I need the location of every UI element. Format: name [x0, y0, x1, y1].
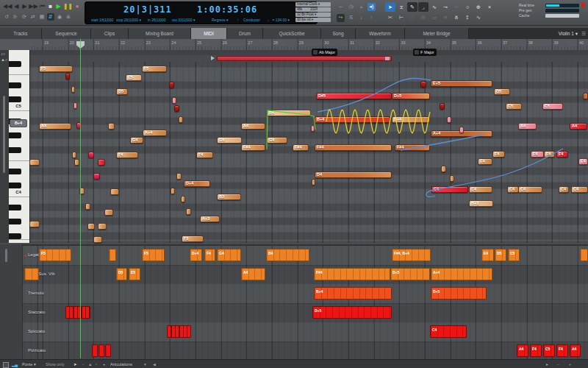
bottom-zoom-control[interactable]: +: [569, 360, 571, 368]
articulation-block[interactable]: [92, 344, 98, 357]
midi-note[interactable]: D+4: [184, 180, 210, 187]
midi-note[interactable]: [104, 209, 113, 216]
solo-icon[interactable]: S: [347, 14, 355, 22]
ibeam-tool[interactable]: Ɪ: [396, 2, 406, 12]
zoom-tool[interactable]: ○: [462, 2, 473, 12]
midi-note[interactable]: [169, 82, 174, 88]
step-record-icon[interactable]: ↪: [337, 14, 345, 22]
articulation-lane-sord-sus-vib[interactable]: [22, 265, 588, 285]
articulation-block[interactable]: A4: [517, 344, 528, 357]
merge-up-icon[interactable]: ↑: [368, 14, 376, 22]
midi-note[interactable]: G4: [130, 137, 143, 144]
midi-note[interactable]: F4: [492, 151, 505, 158]
loop-button[interactable]: ⟳: [21, 13, 28, 21]
pointer-tool[interactable]: ➤: [385, 2, 395, 12]
midi-note[interactable]: [93, 236, 102, 243]
midi-note[interactable]: [459, 127, 464, 133]
slur-icon[interactable]: ⌣: [337, 3, 345, 11]
articulation-block[interactable]: [98, 344, 104, 357]
articulation-block[interactable]: C5: [543, 344, 555, 357]
play-button[interactable]: ▶: [55, 2, 62, 10]
tab-clips[interactable]: Clips: [91, 28, 129, 39]
mute-tool[interactable]: ⊟: [418, 13, 429, 22]
midi-note[interactable]: [98, 159, 105, 166]
midi-note[interactable]: F3: [182, 236, 204, 242]
articulation-block[interactable]: [109, 249, 116, 261]
midi-note[interactable]: A+4: [143, 130, 167, 136]
midi-note[interactable]: C4: [518, 186, 542, 193]
black-key[interactable]: [9, 61, 21, 67]
midi-note[interactable]: [172, 97, 176, 104]
articulation-block[interactable]: C4: [430, 325, 467, 338]
ponte-dropdown[interactable]: Ponte ▾: [22, 360, 36, 368]
key-signature-badge[interactable]: Ab Major: [312, 49, 337, 56]
articulation-block[interactable]: D+5: [312, 306, 392, 319]
midi-note[interactable]: [71, 86, 75, 93]
midi-note[interactable]: B+3: [469, 200, 493, 207]
midi-note[interactable]: A4: [241, 123, 265, 130]
midi-note[interactable]: [174, 105, 179, 112]
triangle-filter-icon[interactable]: ▲: [88, 360, 92, 368]
black-key[interactable]: [9, 96, 21, 102]
articulation-block[interactable]: D+5: [431, 287, 487, 300]
midi-note[interactable]: E5: [126, 74, 142, 81]
smpte-counter[interactable]: 1:00:35:06: [197, 4, 257, 15]
scissors-tool[interactable]: ✂: [385, 13, 395, 22]
pencil-tool[interactable]: ✎: [407, 2, 417, 12]
overdub-button[interactable]: ▦: [38, 13, 46, 21]
frame_rate-dropdown[interactable]: 30 fps nd ▾: [295, 18, 331, 22]
counter-sub-item[interactable]: in 26|1|000: [148, 18, 166, 22]
counter-sub-item[interactable]: out 33|1|000 ▾: [172, 18, 196, 22]
merge-down-icon[interactable]: ↓: [357, 14, 365, 22]
midi-note[interactable]: [87, 223, 95, 230]
articulation-block[interactable]: A4: [570, 344, 581, 357]
vertical-zoom-icon[interactable]: ▲⌕: [1, 57, 7, 63]
lfo-tool[interactable]: ∿: [473, 13, 484, 22]
black-key[interactable]: [9, 205, 21, 210]
black-key[interactable]: [9, 82, 21, 88]
articulation-block[interactable]: F5: [142, 249, 165, 261]
midi-note[interactable]: [176, 173, 182, 180]
bottom-zoom-control[interactable]: −: [557, 360, 559, 368]
mini-menu-icon[interactable]: ☰: [581, 30, 586, 37]
split-tool[interactable]: ⋔: [451, 13, 462, 22]
midi-note[interactable]: C5: [542, 103, 563, 110]
articulation-lane-staccato[interactable]: [22, 303, 588, 323]
black-key[interactable]: [9, 147, 21, 153]
articulation-block[interactable]: [24, 268, 39, 280]
midi-note[interactable]: D5: [494, 88, 510, 95]
midi-note[interactable]: B3: [217, 194, 241, 200]
bottom-zoom-control[interactable]: ►: [545, 360, 549, 368]
midi-note[interactable]: E4: [478, 158, 492, 165]
midi-note[interactable]: [93, 173, 100, 180]
midi-note[interactable]: D4: [315, 171, 392, 178]
punch-button[interactable]: ◉: [56, 13, 63, 21]
articulation-block[interactable]: A+4: [431, 268, 492, 280]
tab-quickscribe[interactable]: QuickScribe: [263, 28, 321, 39]
bit_depth-dropdown[interactable]: 32 Bit Float ▾: [295, 13, 331, 17]
midi-note[interactable]: [72, 152, 76, 158]
line-tool[interactable]: ⊸: [440, 2, 451, 12]
midi-note[interactable]: [29, 221, 40, 227]
note-zoom-icon[interactable]: ♪⌕: [1, 52, 5, 57]
return-to-start-button[interactable]: ⏮: [39, 2, 46, 10]
midi-note[interactable]: C4: [431, 186, 468, 193]
midi-note[interactable]: D5: [116, 88, 128, 95]
counter-sub-item[interactable]: stop 26|1|000 ▾: [116, 18, 141, 22]
buffer-dropdown[interactable]: 1024: [309, 7, 331, 12]
midi-note[interactable]: C4: [507, 186, 519, 193]
record-button[interactable]: ●: [74, 2, 81, 10]
loop-end-handle[interactable]: [385, 57, 390, 60]
midi-note[interactable]: A4: [39, 123, 71, 130]
midi-note[interactable]: F5: [142, 66, 167, 72]
auto-scroll-button[interactable]: ⇵: [47, 13, 54, 21]
square-filter-icon[interactable]: ▫: [96, 360, 97, 368]
midi-note[interactable]: [29, 159, 40, 166]
articulation-block[interactable]: C5: [508, 249, 520, 261]
stop-button[interactable]: ■: [47, 2, 54, 10]
tab-drum[interactable]: Drum: [227, 28, 263, 39]
dot-filter-icon[interactable]: ◦: [82, 360, 84, 368]
articulation-block[interactable]: F#4: [314, 268, 390, 280]
midi-note[interactable]: B+4: [392, 116, 430, 123]
erase-tool[interactable]: ×: [484, 2, 495, 12]
